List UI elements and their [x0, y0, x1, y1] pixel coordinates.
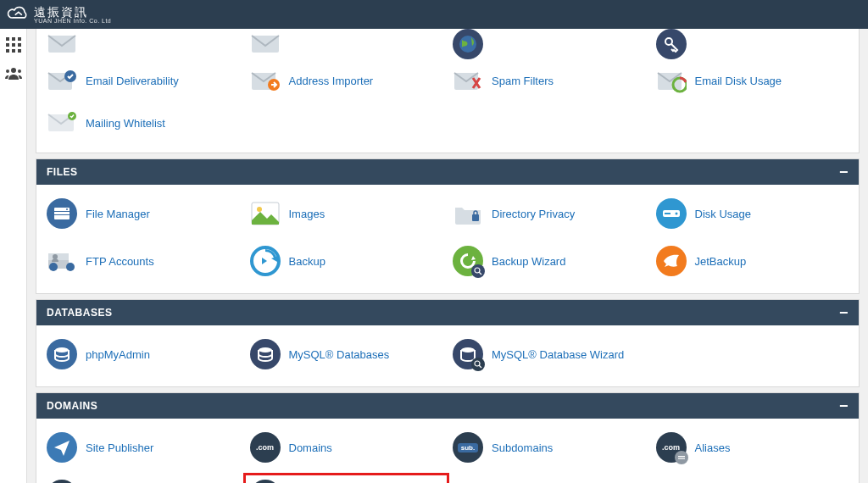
- site-publisher-icon: [47, 432, 77, 463]
- item-label: JetBackup: [695, 255, 747, 268]
- item-label: FTP Accounts: [86, 255, 154, 268]
- disk-usage-icon: [656, 198, 687, 229]
- mysql-databases[interactable]: MySQL® Databases: [245, 334, 448, 381]
- redirects[interactable]: .com Redirects: [42, 475, 245, 483]
- globe-icon: [453, 29, 483, 59]
- email-disk-usage[interactable]: Email Disk Usage: [651, 63, 854, 105]
- mysql-icon: [250, 339, 281, 369]
- svg-point-44: [461, 347, 475, 353]
- svg-point-9: [11, 68, 16, 73]
- databases-header[interactable]: DATABASES −: [36, 300, 859, 325]
- deliverability-icon: [47, 68, 77, 93]
- backup-wizard[interactable]: Backup Wizard: [448, 241, 651, 288]
- collapse-icon: −: [839, 308, 849, 317]
- item-label: Images: [289, 208, 326, 220]
- item-label: Address Importer: [289, 75, 374, 87]
- svg-point-37: [66, 263, 75, 271]
- domains[interactable]: .com Domains: [245, 427, 448, 475]
- svg-point-28: [66, 208, 68, 210]
- domains-section: DOMAINS − Site Publisher .com Domains su…: [36, 392, 860, 483]
- subdomains[interactable]: sub. Subdomains: [448, 427, 651, 475]
- email-deliverability[interactable]: Email Deliverability: [42, 63, 245, 105]
- svg-rect-3: [6, 43, 9, 47]
- item-label: phpMyAdmin: [86, 348, 150, 361]
- item-label: Spam Filters: [492, 75, 554, 87]
- svg-rect-26: [54, 211, 70, 212]
- svg-point-11: [18, 69, 21, 73]
- item-label: Directory Privacy: [492, 208, 575, 220]
- images[interactable]: Images: [245, 193, 448, 241]
- mailing-whitelist[interactable]: Mailing Whitelist: [42, 105, 245, 147]
- item-label: Site Publisher: [86, 441, 153, 454]
- brand-text: 遠振資訊 YUAN JHEN Info. Co. Ltd: [34, 6, 111, 24]
- directory-privacy[interactable]: Directory Privacy: [448, 193, 651, 241]
- address-importer[interactable]: Address Importer: [245, 63, 448, 105]
- email-item-cut-4[interactable]: [651, 29, 854, 63]
- phpmyadmin[interactable]: phpMyAdmin: [42, 334, 245, 381]
- item-label: Email Deliverability: [86, 75, 179, 87]
- item-label: MySQL® Database Wizard: [492, 348, 624, 361]
- ftp-icon: [47, 248, 77, 274]
- svg-point-43: [259, 347, 272, 353]
- mysql-wizard[interactable]: MySQL® Database Wizard: [448, 334, 651, 381]
- domains-icon: .com: [250, 432, 281, 463]
- svg-point-30: [257, 207, 262, 212]
- item-label: Subdomains: [492, 441, 553, 454]
- svg-rect-46: [678, 456, 685, 457]
- item-label: Aliases: [695, 441, 731, 454]
- svg-rect-31: [472, 214, 479, 221]
- jetbackup[interactable]: JetBackup: [651, 241, 854, 288]
- ftp-accounts[interactable]: FTP Accounts: [42, 241, 245, 288]
- spam-filters[interactable]: Spam Filters: [448, 63, 651, 105]
- sidebar: [0, 29, 27, 483]
- section-title: FILES: [47, 166, 78, 178]
- zone-editor-icon: DNS: [250, 480, 281, 483]
- backup-icon: [250, 246, 281, 276]
- grid-view-button[interactable]: [4, 36, 23, 54]
- collapse-icon: −: [839, 168, 849, 176]
- disk-usage[interactable]: Disk Usage: [651, 193, 854, 241]
- file-manager[interactable]: File Manager: [42, 193, 245, 241]
- site-publisher[interactable]: Site Publisher: [42, 427, 245, 475]
- svg-rect-36: [48, 253, 69, 260]
- aliases-icon: .com: [656, 432, 687, 463]
- item-label: File Manager: [86, 208, 150, 220]
- subdomains-icon: sub.: [453, 432, 483, 463]
- item-label: Disk Usage: [695, 208, 751, 220]
- users-button[interactable]: [4, 64, 23, 83]
- main-content: Email Deliverability Address Importer Sp…: [27, 29, 868, 483]
- svg-point-15: [665, 38, 672, 45]
- section-title: DOMAINS: [47, 400, 97, 412]
- envelope-icon: [47, 31, 77, 57]
- svg-rect-27: [54, 214, 70, 215]
- svg-rect-2: [18, 37, 21, 41]
- email-item-cut-2[interactable]: [245, 29, 448, 63]
- files-header[interactable]: FILES −: [36, 159, 859, 185]
- email-item-cut-1[interactable]: [42, 29, 245, 63]
- collapse-icon: −: [839, 402, 849, 410]
- whitelist-icon: [47, 110, 77, 136]
- redirects-icon: .com: [47, 480, 77, 483]
- svg-rect-34: [665, 213, 670, 214]
- brand-logo[interactable]: 遠振資訊 YUAN JHEN Info. Co. Ltd: [7, 4, 111, 25]
- svg-rect-47: [678, 458, 685, 459]
- svg-rect-5: [18, 43, 21, 47]
- mysql-wizard-icon: [453, 339, 483, 369]
- email-section: Email Deliverability Address Importer Sp…: [36, 29, 860, 153]
- backup[interactable]: Backup: [245, 241, 448, 288]
- email-disk-icon: [656, 68, 687, 93]
- cloud-icon: [7, 4, 29, 25]
- svg-rect-4: [12, 43, 15, 47]
- phpmyadmin-icon: [47, 339, 77, 369]
- svg-point-10: [6, 69, 9, 73]
- importer-icon: [250, 68, 281, 93]
- backup-wizard-icon: [453, 246, 483, 276]
- email-item-cut-3[interactable]: [448, 29, 651, 63]
- zone-editor[interactable]: DNS Zone Editor: [245, 475, 448, 483]
- aliases[interactable]: .com Aliases: [651, 427, 854, 475]
- topbar: 遠振資訊 YUAN JHEN Info. Co. Ltd: [0, 0, 868, 29]
- databases-section: DATABASES − phpMyAdmin MySQL® Databases …: [36, 299, 860, 387]
- svg-rect-8: [18, 49, 21, 53]
- domains-header[interactable]: DOMAINS −: [36, 393, 859, 419]
- item-label: Domains: [289, 441, 332, 454]
